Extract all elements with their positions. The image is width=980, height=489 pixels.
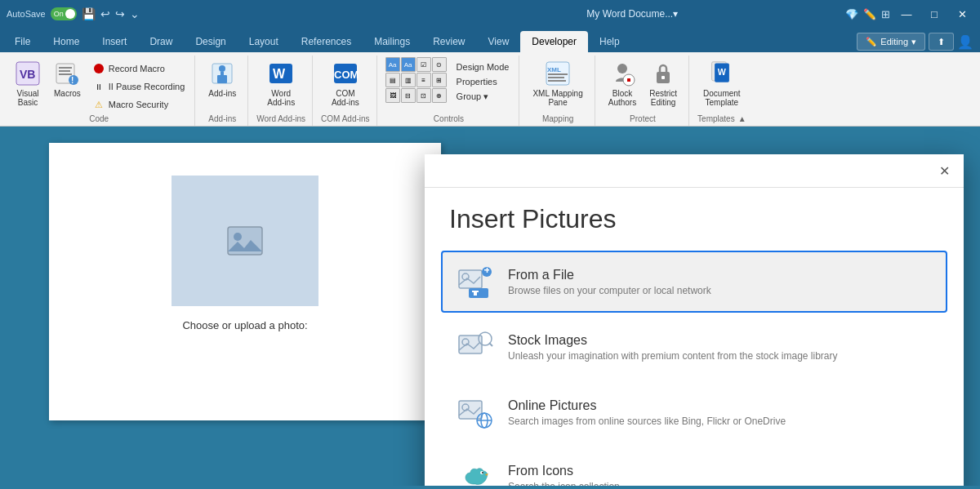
tab-draw[interactable]: Draw: [138, 31, 184, 52]
block-authors-label: BlockAuthors: [608, 89, 636, 107]
dialog-item-stock-images[interactable]: Stock Images Unleash your imagination wi…: [441, 316, 947, 378]
block-authors-icon: [609, 60, 635, 87]
tab-layout[interactable]: Layout: [238, 31, 290, 52]
ribbon-groups: VB VisualBasic: [0, 56, 980, 126]
ctrl-icon-1[interactable]: Aa: [385, 57, 400, 72]
undo-icon[interactable]: ↩: [100, 7, 110, 20]
tab-file[interactable]: File: [3, 31, 42, 52]
visual-basic-button[interactable]: VB VisualBasic: [10, 57, 46, 110]
maximize-button[interactable]: □: [923, 6, 946, 22]
share-button[interactable]: ⬆: [929, 33, 954, 51]
person-icon[interactable]: 👤: [957, 34, 973, 50]
dialog-heading: Insert Pictures: [425, 188, 964, 242]
tab-review[interactable]: Review: [421, 31, 476, 52]
ctrl-icon-5[interactable]: ▤: [385, 73, 400, 87]
ctrl-icon-2[interactable]: Aa: [401, 57, 416, 72]
ctrl-icon-9[interactable]: 🖼: [385, 88, 400, 103]
tab-mailings[interactable]: Mailings: [363, 31, 421, 52]
tab-view[interactable]: View: [477, 31, 521, 52]
autosave-toggle[interactable]: On: [51, 7, 77, 20]
online-pictures-icon: [456, 393, 495, 432]
from-file-title: From a File: [508, 268, 711, 282]
svg-rect-3: [59, 67, 72, 69]
tab-design[interactable]: Design: [184, 31, 237, 52]
minimize-button[interactable]: —: [895, 6, 918, 22]
addins-group-label: Add-ins: [203, 113, 241, 126]
stock-images-text: Stock Images Unleash your imagination wi…: [508, 333, 838, 362]
editing-dropdown-icon: ▾: [911, 37, 916, 47]
ribbon-group-controls: Aa Aa ☑ ⊙ ▤ ▥ ≡ ⊞ 🖼 ⊟ ⊡ ⊕: [379, 56, 520, 126]
ctrl-icon-6[interactable]: ▥: [401, 73, 416, 87]
add-ins-icon: [209, 60, 235, 87]
tab-home[interactable]: Home: [42, 31, 91, 52]
com-addins-group-items: COM COMAdd-ins: [327, 57, 364, 113]
dialog-item-from-icons[interactable]: From Icons Search the icon collection: [441, 447, 947, 486]
ribbon-group-word-addins: W WordAdd-ins Word Add-ins: [250, 56, 313, 126]
ribbon-group-com-addins: COM COMAdd-ins COM Add-ins: [314, 56, 376, 126]
add-ins-button[interactable]: Add-ins: [203, 57, 241, 101]
restrict-editing-button[interactable]: RestrictEditing: [644, 57, 682, 110]
stock-images-desc: Unleash your imagination with premium co…: [508, 350, 838, 362]
word-addins-group-label: Word Add-ins: [256, 113, 305, 126]
ctrl-icon-11[interactable]: ⊡: [416, 88, 431, 103]
online-pictures-desc: Search images from online sources like B…: [508, 416, 786, 427]
doc-content: Choose or upload a photo:: [49, 143, 441, 364]
macro-security-label: Macro Security: [109, 100, 168, 109]
dialog-title-bar: ✕: [425, 154, 964, 188]
customize-icon[interactable]: ⌄: [130, 7, 140, 20]
svg-rect-26: [662, 76, 665, 79]
block-authors-button[interactable]: BlockAuthors: [604, 57, 641, 110]
ctrl-icon-7[interactable]: ≡: [416, 73, 431, 87]
tab-developer[interactable]: Developer: [520, 31, 588, 52]
document-template-button[interactable]: W DocumentTemplate: [698, 57, 746, 110]
mapping-group-items: XML XML MappingPane: [528, 57, 587, 113]
code-group-label: Code: [10, 113, 188, 126]
ribbon-group-templates: W DocumentTemplate Templates ▲: [691, 56, 752, 126]
from-file-text: From a File Browse files on your compute…: [508, 268, 711, 296]
svg-rect-12: [220, 72, 224, 77]
controls-icons-grid: Aa Aa ☑ ⊙ ▤ ▥ ≡ ⊞ 🖼 ⊟ ⊡ ⊕: [385, 57, 447, 103]
tab-insert[interactable]: Insert: [91, 31, 138, 52]
macros-button[interactable]: ! Macros: [49, 57, 86, 110]
ctrl-icon-8[interactable]: ⊞: [432, 73, 447, 87]
tab-references[interactable]: References: [290, 31, 363, 52]
controls-group-items: Aa Aa ☑ ⊙ ▤ ▥ ≡ ⊞ 🖼 ⊟ ⊡ ⊕: [385, 57, 513, 113]
autosave-label: AutoSave: [7, 9, 46, 19]
macro-security-button[interactable]: ⚠ Macro Security: [89, 96, 189, 113]
svg-point-10: [219, 65, 225, 72]
svg-line-43: [489, 343, 492, 346]
editing-label: Editing: [880, 37, 908, 47]
tab-help[interactable]: Help: [588, 31, 631, 52]
ribbon-group-protect: BlockAuthors RestrictEditing Protect: [597, 56, 689, 126]
templates-collapse-icon[interactable]: ▲: [738, 114, 746, 123]
save-icon[interactable]: 💾: [82, 7, 96, 20]
tab-bar-right: ✏️ Editing ▾ ⬆ 👤: [857, 33, 980, 52]
word-addins-button[interactable]: W WordAdd-ins: [262, 57, 300, 110]
ctrl-icon-4[interactable]: ⊙: [432, 57, 447, 72]
record-macro-button[interactable]: Record Macro: [89, 60, 189, 77]
ctrl-icon-10[interactable]: ⊟: [401, 88, 416, 103]
pause-recording-button[interactable]: ⏸ II Pause Recording: [89, 78, 189, 95]
ribbon: VB VisualBasic: [0, 52, 980, 127]
editing-button[interactable]: ✏️ Editing ▾: [857, 33, 925, 51]
com-addins-label: COMAdd-ins: [332, 89, 359, 107]
properties-label: Properties: [457, 77, 497, 87]
dialog-item-online-pictures[interactable]: Online Pictures Search images from onlin…: [441, 381, 947, 443]
group-button[interactable]: Group ▾: [453, 90, 513, 104]
redo-icon[interactable]: ↪: [115, 7, 125, 20]
photo-label: Choose or upload a photo:: [182, 319, 307, 331]
dialog-close-button[interactable]: ✕: [934, 161, 954, 180]
ctrl-icon-3[interactable]: ☑: [416, 57, 431, 72]
from-icons-title: From Icons: [508, 464, 620, 478]
design-mode-button[interactable]: Design Mode: [453, 60, 513, 73]
ctrl-icon-12[interactable]: ⊕: [432, 88, 447, 103]
com-addins-button[interactable]: COM COMAdd-ins: [327, 57, 364, 110]
svg-point-8: [94, 64, 104, 73]
xml-mapping-button[interactable]: XML XML MappingPane: [528, 57, 587, 110]
close-button[interactable]: ✕: [951, 6, 973, 22]
dialog-item-from-file[interactable]: From a File Browse files on your compute…: [441, 251, 947, 313]
ribbon-group-code: VB VisualBasic: [3, 56, 195, 126]
com-addins-icon: COM: [332, 60, 359, 87]
doc-title: My Word Docume...▾: [426, 8, 840, 20]
properties-button[interactable]: Properties: [453, 75, 513, 88]
